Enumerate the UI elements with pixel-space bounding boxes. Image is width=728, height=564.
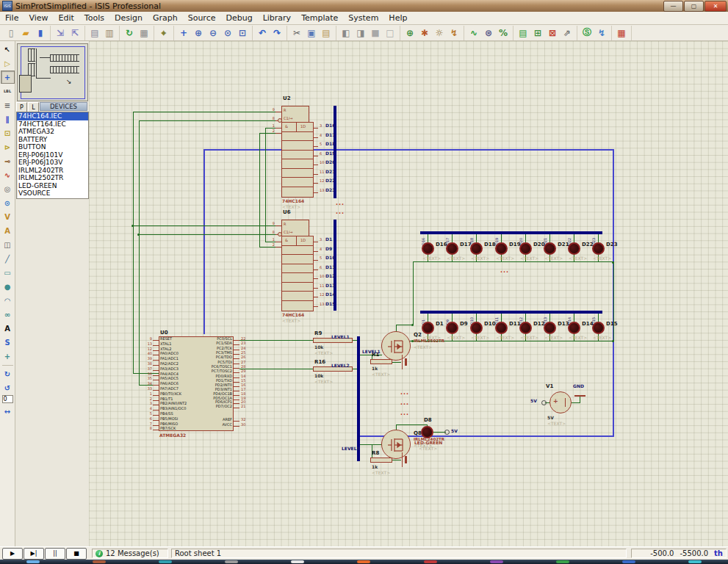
wire-label-mode-icon[interactable]: LBL <box>1 84 15 98</box>
mosfet-q2[interactable] <box>381 331 411 361</box>
save-file-icon[interactable]: ▮ <box>33 26 48 40</box>
graph-mode-icon[interactable]: ∿ <box>1 168 15 181</box>
library-button[interactable]: L <box>28 102 39 112</box>
wire-green[interactable] <box>549 234 550 242</box>
led-d8[interactable] <box>421 426 433 438</box>
toggle-grid-icon[interactable]: ▦ <box>137 26 151 40</box>
2d-arc-mode-icon[interactable]: ◠ <box>1 294 15 307</box>
minimize-button[interactable]: — <box>663 1 683 12</box>
design-explorer-icon[interactable]: ▤ <box>516 26 530 40</box>
bus-wire[interactable] <box>420 231 602 234</box>
led-d15[interactable] <box>592 322 605 334</box>
taskbar-app-icon[interactable] <box>622 560 635 563</box>
2d-box-mode-icon[interactable]: ▭ <box>1 266 15 279</box>
device-item[interactable]: IRLML2402TR <box>17 167 88 175</box>
text-script-mode-icon[interactable]: ≡ <box>1 98 15 112</box>
new-sheet-icon[interactable]: ⊞ <box>530 26 545 40</box>
current-probe-mode-icon[interactable]: A <box>1 224 15 237</box>
taskbar-app-icon[interactable] <box>556 560 569 563</box>
import-section-icon[interactable]: ⇲ <box>53 26 68 40</box>
selection-mode-icon[interactable]: ↖ <box>1 43 15 56</box>
wire-blue[interactable] <box>203 149 205 334</box>
subcircuit-mode-icon[interactable]: ⊡ <box>1 126 15 140</box>
led-d11[interactable] <box>495 322 508 334</box>
paste-icon[interactable]: ▤ <box>319 26 334 40</box>
led-d19[interactable] <box>495 242 508 255</box>
2d-symbols-mode-icon[interactable]: S <box>1 336 15 349</box>
menu-source[interactable]: Source <box>183 12 221 24</box>
buses-mode-icon[interactable]: ∥ <box>1 112 15 126</box>
bus-wire[interactable] <box>420 311 602 314</box>
2d-circle-mode-icon[interactable]: ● <box>1 280 15 293</box>
menu-edit[interactable]: Edit <box>54 12 79 24</box>
2d-markers-mode-icon[interactable]: + <box>1 350 15 363</box>
wire-green[interactable] <box>452 234 453 242</box>
stop-button[interactable]: ■ <box>66 548 87 560</box>
make-device-icon[interactable]: ✱ <box>417 26 432 40</box>
menu-view[interactable]: View <box>24 12 53 24</box>
led-d22[interactable] <box>568 242 580 255</box>
export-section-icon[interactable]: ⇱ <box>68 26 82 40</box>
print-icon[interactable]: ▤ <box>87 26 102 40</box>
menu-tools[interactable]: Tools <box>79 12 109 24</box>
device-item[interactable]: ATMEGA32 <box>17 128 88 136</box>
device-item[interactable]: 74HC164.IEC <box>17 112 88 120</box>
menu-file[interactable]: File <box>0 12 24 24</box>
led-d17[interactable] <box>446 242 458 255</box>
bill-of-materials-icon[interactable]: Ⓢ <box>580 26 594 40</box>
taskbar-app-icon[interactable] <box>357 560 370 563</box>
led-d16[interactable] <box>422 242 434 255</box>
device-item[interactable]: VSOURCE <box>17 189 88 198</box>
packaging-tool-icon[interactable]: ☼ <box>432 26 447 40</box>
open-file-icon[interactable]: ▰ <box>18 26 33 40</box>
taskbar-app-icon[interactable] <box>93 560 106 563</box>
mirror-icon[interactable]: ↔ <box>1 405 15 418</box>
block-move-icon[interactable]: ◨ <box>353 26 368 40</box>
wire-green[interactable] <box>428 234 428 242</box>
wire-green[interactable] <box>476 314 477 322</box>
zoom-area-icon[interactable]: ⊡ <box>235 26 250 40</box>
electrical-rule-check-icon[interactable]: ↯ <box>594 26 609 40</box>
voltage-probe-mode-icon[interactable]: V <box>1 210 15 223</box>
device-item[interactable]: ERJ-P06J103V <box>17 159 88 167</box>
wire-green[interactable] <box>428 314 428 322</box>
2d-line-mode-icon[interactable]: ╱ <box>1 252 15 265</box>
wire-green[interactable] <box>580 397 580 403</box>
overview-pane[interactable]: ↘ <box>17 43 88 101</box>
goto-sheet-icon[interactable]: ⇗ <box>560 26 574 40</box>
menu-system[interactable]: System <box>343 12 383 24</box>
led-d12[interactable] <box>519 322 532 334</box>
led-d9[interactable] <box>446 322 458 334</box>
wire-green[interactable] <box>574 234 574 242</box>
rotation-angle-input[interactable]: 0 <box>2 395 13 403</box>
wire-green[interactable] <box>549 314 550 322</box>
component-mode-icon[interactable]: ▷ <box>1 57 15 70</box>
menu-design[interactable]: Design <box>109 12 148 24</box>
wire-autorouter-icon[interactable]: ∿ <box>466 26 481 40</box>
pick-device-icon[interactable]: ⊕ <box>403 26 417 40</box>
wire-green[interactable] <box>392 460 401 460</box>
rotate-anticlockwise-icon[interactable]: ↺ <box>1 381 15 394</box>
taskbar-app-icon[interactable] <box>291 560 304 563</box>
wire-green[interactable] <box>525 234 526 242</box>
wire-green[interactable] <box>525 314 526 322</box>
wire-green[interactable] <box>139 234 281 235</box>
rotate-clockwise-icon[interactable]: ↻ <box>1 367 15 380</box>
bus-wire[interactable] <box>357 336 360 461</box>
wire-green[interactable] <box>259 133 260 247</box>
wire-green[interactable] <box>133 112 134 373</box>
property-assignment-tool-icon[interactable]: % <box>496 26 511 40</box>
zoom-in-icon[interactable]: ⊕ <box>191 26 206 40</box>
message-field[interactable]: i 12 Message(s) <box>92 549 168 558</box>
led-d20[interactable] <box>519 242 532 255</box>
wire-green[interactable] <box>598 234 599 242</box>
wire-green[interactable] <box>360 444 382 445</box>
wire-green[interactable] <box>133 225 281 226</box>
menu-help[interactable]: Help <box>383 12 412 24</box>
copy-icon[interactable]: ▣ <box>304 26 319 40</box>
redraw-icon[interactable]: ↻ <box>122 26 137 40</box>
cut-icon[interactable]: ✂ <box>289 26 304 40</box>
play-button[interactable]: ▶ <box>2 548 23 560</box>
device-list[interactable]: 74HC164.IEC74HCT164.IECATMEGA32BATTERYBU… <box>16 112 89 199</box>
netlist-to-ares-icon[interactable]: ▦ <box>614 26 629 40</box>
